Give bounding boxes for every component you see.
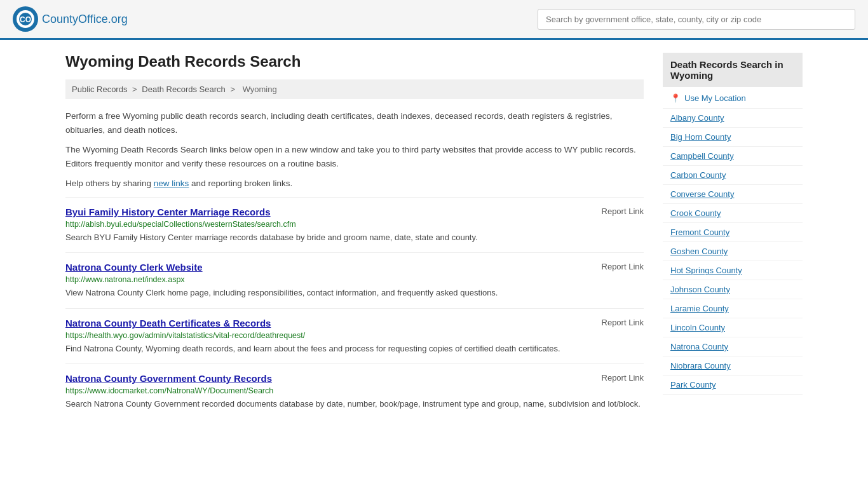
logo-icon: CO [13,6,38,32]
sidebar-county-link[interactable]: Niobrara County [663,356,803,376]
records-list: Byui Family History Center Marriage Reco… [65,197,644,419]
intro3-suffix: and reporting broken links. [189,179,292,188]
sidebar-county-link[interactable]: Laramie County [663,299,803,318]
report-link[interactable]: Report Link [602,207,644,216]
record-header: Natrona County Death Certificates & Reco… [65,318,644,329]
record-title[interactable]: Natrona County Death Certificates & Reco… [65,318,271,329]
sidebar-county-link[interactable]: Campbell County [663,147,803,166]
record-header: Natrona County Clerk Website Report Link [65,262,644,273]
page-title: Wyoming Death Records Search [65,53,644,71]
sidebar-county-link[interactable]: Hot Springs County [663,261,803,280]
intro-paragraph-3: Help others by sharing new links and rep… [65,177,644,191]
svg-text:CO: CO [20,15,31,24]
sidebar-county-link[interactable]: Natrona County [663,337,803,356]
logo-text: CountyOffice.org [42,13,128,26]
location-icon: 📍 [670,93,681,103]
new-links-link[interactable]: new links [154,179,189,188]
intro-paragraph-2: The Wyoming Death Records Search links b… [65,143,644,170]
record-item: Byui Family History Center Marriage Reco… [65,197,644,253]
logo-brand: CountyOffice [42,13,108,25]
sidebar-county-link[interactable]: Johnson County [663,280,803,299]
breadcrumb-public-records[interactable]: Public Records [72,85,127,94]
content-area: Wyoming Death Records Search Public Reco… [65,53,644,419]
logo-org: .org [108,13,128,25]
sidebar-county-link[interactable]: Crook County [663,204,803,223]
record-title[interactable]: Natrona County Clerk Website [65,262,203,273]
record-header: Byui Family History Center Marriage Reco… [65,207,644,217]
sidebar: Death Records Search in Wyoming 📍 Use My… [663,53,803,419]
record-url[interactable]: https://health.wyo.gov/admin/vitalstatis… [65,331,644,340]
breadcrumb-sep1: > [132,85,139,94]
report-link[interactable]: Report Link [602,373,644,383]
record-desc: Search Natrona County Government recorde… [65,398,644,410]
record-url[interactable]: http://www.natrona.net/index.aspx [65,275,644,284]
sidebar-county-link[interactable]: Park County [663,376,803,395]
record-desc: Find Natrona County, Wyoming death recor… [65,342,644,355]
sidebar-county-link[interactable]: Albany County [663,109,803,128]
record-desc: Search BYU Family History Center marriag… [65,231,644,244]
report-link[interactable]: Report Link [602,262,644,271]
main-wrapper: Wyoming Death Records Search Public Reco… [53,40,815,432]
record-url[interactable]: https://www.idocmarket.com/NatronaWY/Doc… [65,386,644,395]
record-item: Natrona County Clerk Website Report Link… [65,252,644,308]
record-url[interactable]: http://abish.byui.edu/specialCollections… [65,220,644,229]
use-location-label: Use My Location [684,93,746,103]
record-desc: View Natrona County Clerk home page, inc… [65,287,644,299]
search-input[interactable] [538,9,855,30]
intro3-prefix: Help others by sharing [65,179,154,188]
report-link[interactable]: Report Link [602,318,644,327]
sidebar-county-link[interactable]: Lincoln County [663,318,803,337]
breadcrumb-death-records[interactable]: Death Records Search [142,85,226,94]
breadcrumb-wyoming: Wyoming [243,85,277,94]
header: CO CountyOffice.org [0,0,868,40]
sidebar-county-link[interactable]: Goshen County [663,242,803,261]
record-header: Natrona County Government County Records… [65,373,644,384]
record-item: Natrona County Government County Records… [65,363,644,419]
sidebar-county-link[interactable]: Fremont County [663,223,803,242]
sidebar-title: Death Records Search in Wyoming [663,53,803,87]
record-item: Natrona County Death Certificates & Reco… [65,308,644,364]
county-links: Albany County Big Horn County Campbell C… [663,109,803,395]
record-title[interactable]: Natrona County Government County Records [65,373,272,384]
sidebar-county-link[interactable]: Big Horn County [663,128,803,147]
record-title[interactable]: Byui Family History Center Marriage Reco… [65,207,271,217]
logo-area[interactable]: CO CountyOffice.org [13,6,128,32]
sidebar-county-link[interactable]: Carbon County [663,166,803,185]
breadcrumb: Public Records > Death Records Search > … [65,79,644,99]
intro-paragraph-1: Perform a free Wyoming public death reco… [65,109,644,137]
breadcrumb-sep2: > [230,85,237,94]
sidebar-county-link[interactable]: Converse County [663,185,803,204]
use-location-button[interactable]: 📍 Use My Location [663,88,803,109]
